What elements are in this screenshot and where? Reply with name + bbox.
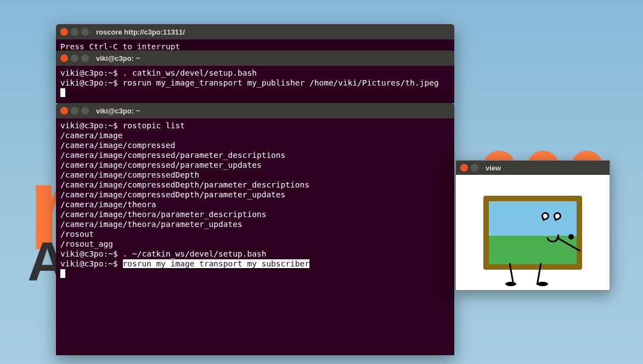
output-line: /camera/image bbox=[60, 131, 123, 140]
maximize-button[interactable] bbox=[81, 54, 89, 62]
shell-prompt: viki@c3po:~$ bbox=[60, 78, 123, 87]
terminal-roscore[interactable]: roscore http://c3po:11311/ Press Ctrl-C … bbox=[56, 24, 454, 52]
output-line: /camera/image/compressedDepth/parameter_… bbox=[60, 190, 285, 199]
image-view-window[interactable]: view bbox=[455, 160, 610, 291]
shell-prompt: viki@c3po:~$ bbox=[60, 259, 123, 268]
output-line: /rosout_agg bbox=[60, 240, 113, 248]
minimize-button[interactable] bbox=[471, 164, 478, 172]
maximize-button[interactable] bbox=[81, 28, 89, 36]
image-viewport[interactable] bbox=[456, 175, 610, 290]
output-line: /camera/image/compressed/parameter_updat… bbox=[60, 161, 262, 169]
output-line: Press Ctrl-C to interrupt bbox=[60, 42, 180, 51]
terminal-output[interactable]: viki@c3po:~$ rostopic list /camera/image… bbox=[56, 118, 454, 281]
window-title: viki@c3po: ~ bbox=[96, 107, 140, 115]
command-text: rosrun my_image_transport my_publisher /… bbox=[123, 78, 439, 87]
output-line: /camera/image/compressed bbox=[60, 141, 176, 150]
command-text-selected: rosrun my_image_transport my_subscriber bbox=[123, 259, 309, 268]
output-line: /camera/image/theora/parameter_descripti… bbox=[60, 210, 266, 219]
minimize-button[interactable] bbox=[71, 107, 78, 115]
output-line: /camera/image/theora/parameter_updates bbox=[60, 220, 242, 229]
command-text: rostopic list bbox=[123, 121, 185, 130]
titlebar[interactable]: viki@c3po: ~ bbox=[56, 103, 454, 118]
command-text: . catkin_ws/devel/setup.bash bbox=[123, 69, 257, 77]
terminal-subscriber[interactable]: viki@c3po: ~ viki@c3po:~$ rostopic list … bbox=[56, 103, 454, 355]
cartoon-picture-frame-icon bbox=[483, 196, 582, 270]
output-line: /camera/image/theora bbox=[60, 200, 156, 209]
shell-prompt: viki@c3po:~$ bbox=[60, 121, 123, 130]
output-line: /rosout bbox=[60, 230, 94, 238]
cursor-icon bbox=[60, 88, 65, 97]
maximize-button[interactable] bbox=[81, 107, 89, 115]
window-title: roscore http://c3po:11311/ bbox=[96, 28, 185, 36]
titlebar[interactable]: viki@c3po: ~ bbox=[56, 50, 454, 66]
shell-prompt: viki@c3po:~$ bbox=[60, 69, 123, 77]
command-text: . ~/catkin_ws/devel/setup.bash bbox=[123, 249, 267, 258]
minimize-button[interactable] bbox=[71, 54, 78, 62]
output-line: /camera/image/compressedDepth bbox=[60, 170, 199, 179]
cursor-icon bbox=[60, 269, 65, 278]
window-title: view bbox=[486, 164, 501, 172]
terminal-output[interactable]: viki@c3po:~$ . catkin_ws/devel/setup.bas… bbox=[56, 66, 454, 100]
titlebar[interactable]: view bbox=[456, 161, 610, 175]
output-line: /camera/image/compressed/parameter_descr… bbox=[60, 151, 285, 160]
window-title: viki@c3po: ~ bbox=[96, 54, 140, 62]
terminal-output[interactable]: Press Ctrl-C to interrupt bbox=[56, 39, 454, 52]
shell-prompt: viki@c3po:~$ bbox=[60, 249, 123, 258]
close-button[interactable] bbox=[60, 28, 68, 36]
close-button[interactable] bbox=[460, 164, 468, 172]
close-button[interactable] bbox=[60, 107, 68, 115]
minimize-button[interactable] bbox=[71, 28, 78, 36]
titlebar[interactable]: roscore http://c3po:11311/ bbox=[56, 24, 454, 39]
close-button[interactable] bbox=[60, 54, 68, 62]
output-line: /camera/image/compressedDepth/parameter_… bbox=[60, 180, 309, 189]
terminal-publisher[interactable]: viki@c3po: ~ viki@c3po:~$ . catkin_ws/de… bbox=[56, 50, 454, 103]
